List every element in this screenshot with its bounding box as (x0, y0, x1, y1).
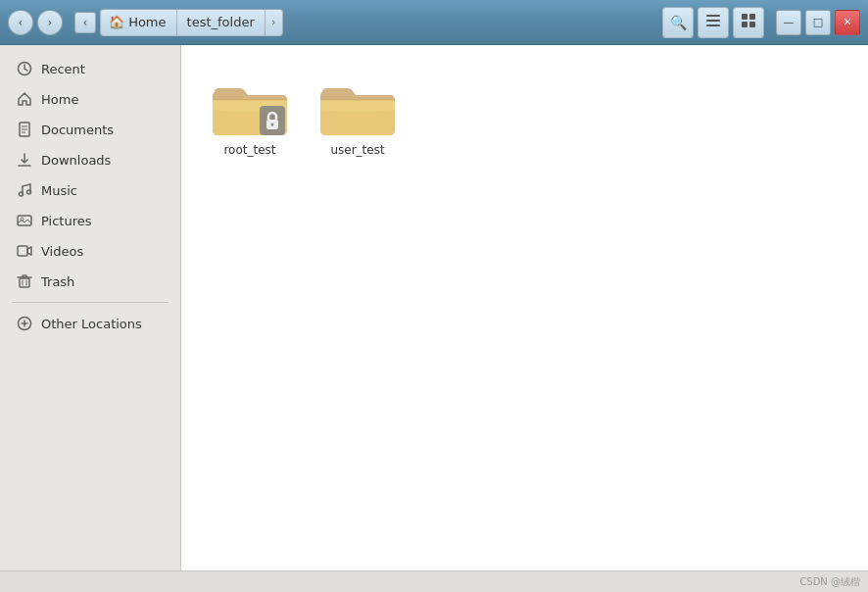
svg-rect-2 (706, 25, 720, 26)
sidebar-item-trash[interactable]: Trash (4, 267, 176, 296)
home-label: Home (128, 15, 166, 29)
forward-button[interactable]: › (37, 10, 63, 35)
breadcrumb: ‹ 🏠 Home test_folder › (74, 9, 651, 36)
breadcrumb-expand[interactable]: › (265, 9, 283, 36)
main-layout: Recent Home Documents (0, 45, 868, 570)
list-icon (706, 14, 720, 30)
svg-rect-5 (742, 22, 747, 27)
folder-root-test-label: root_test (223, 143, 275, 157)
breadcrumb-home[interactable]: 🏠 Home (100, 9, 177, 36)
pictures-icon (16, 212, 33, 229)
breadcrumb-folder[interactable]: test_folder (177, 9, 265, 36)
svg-rect-17 (18, 246, 27, 256)
downloads-icon (16, 151, 33, 169)
folder-icon-user-test (318, 73, 397, 139)
svg-rect-3 (742, 14, 747, 20)
add-icon (16, 315, 33, 332)
close-button[interactable]: ✕ (835, 10, 860, 35)
svg-point-26 (271, 123, 274, 126)
bottom-bar: CSDN @绒楷 (0, 570, 868, 592)
close-icon: ✕ (843, 16, 851, 28)
titlebar: ‹ › ‹ 🏠 Home test_folder › 🔍 (0, 0, 868, 45)
svg-point-13 (20, 192, 24, 196)
home-sidebar-icon (16, 90, 33, 108)
folder-user-test-label: user_test (330, 143, 384, 157)
svg-point-14 (27, 190, 31, 194)
sidebar-item-music[interactable]: Music (4, 175, 176, 205)
sidebar-item-videos[interactable]: Videos (4, 236, 176, 266)
folder-user-test[interactable]: user_test (309, 65, 407, 165)
home-icon: 🏠 (109, 15, 124, 29)
recent-icon (16, 60, 33, 77)
recent-label: Recent (41, 62, 85, 76)
videos-icon (16, 242, 33, 260)
minimize-button[interactable]: — (776, 10, 801, 35)
svg-rect-4 (749, 14, 755, 20)
pictures-label: Pictures (41, 214, 91, 228)
videos-label: Videos (41, 244, 83, 259)
music-label: Music (41, 183, 77, 198)
breadcrumb-nav-left[interactable]: ‹ (74, 12, 96, 33)
grid-icon (742, 14, 755, 30)
documents-label: Documents (41, 123, 114, 137)
svg-rect-18 (20, 278, 29, 287)
sidebar-item-downloads[interactable]: Downloads (4, 145, 176, 174)
home-sidebar-label: Home (41, 92, 78, 107)
other-locations-label: Other Locations (41, 317, 142, 331)
sidebar-item-other-locations[interactable]: Other Locations (4, 309, 176, 338)
svg-rect-15 (18, 216, 31, 225)
minimize-icon: — (784, 16, 795, 28)
content-area: root_test user_test (181, 45, 868, 570)
downloads-label: Downloads (41, 153, 111, 168)
trash-label: Trash (41, 274, 74, 289)
sidebar-item-recent[interactable]: Recent (4, 54, 176, 83)
folder-icon-root-test (211, 73, 289, 139)
folder-root-test[interactable]: root_test (201, 65, 299, 165)
music-icon (16, 181, 33, 199)
sidebar-item-documents[interactable]: Documents (4, 115, 176, 144)
lock-badge (260, 106, 285, 135)
watermark: CSDN @绒楷 (799, 575, 860, 589)
trash-icon (16, 272, 33, 290)
window-controls: — □ ✕ (776, 10, 860, 35)
sidebar: Recent Home Documents (0, 45, 181, 570)
search-icon: 🔍 (670, 15, 687, 30)
sidebar-item-pictures[interactable]: Pictures (4, 206, 176, 235)
svg-rect-1 (706, 20, 720, 22)
documents-icon (16, 121, 33, 138)
folder-label: test_folder (187, 15, 255, 29)
search-button[interactable]: 🔍 (662, 7, 694, 38)
svg-rect-0 (706, 15, 720, 17)
toolbar-right: 🔍 (662, 7, 764, 38)
sidebar-separator (12, 302, 169, 303)
maximize-icon: □ (813, 16, 823, 28)
back-button[interactable]: ‹ (8, 10, 33, 35)
sidebar-item-home[interactable]: Home (4, 84, 176, 114)
view-list-button[interactable] (698, 7, 729, 38)
maximize-button[interactable]: □ (805, 10, 831, 35)
svg-rect-6 (749, 22, 755, 27)
view-grid-button[interactable] (733, 7, 764, 38)
